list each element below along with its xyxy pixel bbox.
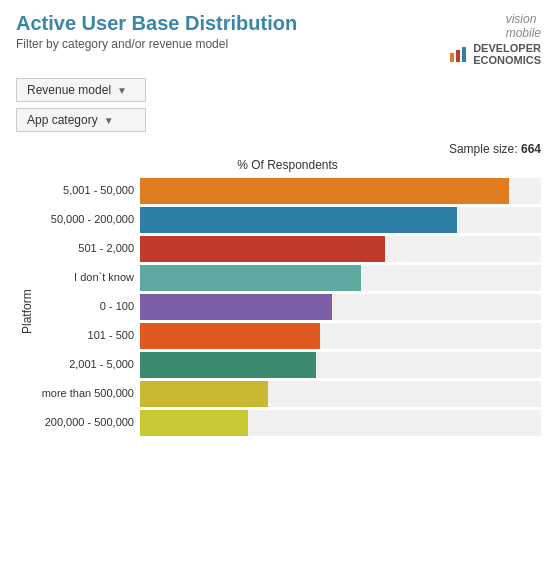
bar-label: 200,000 - 500,000	[34, 416, 134, 429]
revenue-model-label: Revenue model	[27, 83, 111, 97]
svg-rect-2	[462, 47, 466, 62]
chart-content: % Of Respondents 5,001 - 50,00050,000 - …	[34, 158, 541, 436]
bar-container	[140, 352, 541, 378]
bar-container	[140, 178, 541, 204]
sample-size: Sample size: 664	[16, 142, 541, 156]
bar-container	[140, 410, 541, 436]
bar-container	[140, 294, 541, 320]
bar-label: 101 - 500	[34, 329, 134, 342]
bar-label: 501 - 2,000	[34, 242, 134, 255]
bar-label: 50,000 - 200,000	[34, 213, 134, 226]
bar-fill	[140, 265, 361, 291]
bar-row: 501 - 2,000	[34, 236, 541, 262]
bar-container	[140, 323, 541, 349]
bar-label: 0 - 100	[34, 300, 134, 313]
bar-row: 200,000 - 500,000	[34, 410, 541, 436]
revenue-model-arrow: ▼	[117, 85, 127, 96]
bar-fill	[140, 352, 316, 378]
bar-row: 2,001 - 5,000	[34, 352, 541, 378]
page-title: Active User Base Distribution	[16, 12, 297, 35]
page-header: Active User Base Distribution Filter by …	[16, 12, 541, 66]
revenue-model-filter[interactable]: Revenue model ▼	[16, 78, 146, 102]
sample-size-label: Sample size:	[449, 142, 518, 156]
bar-fill	[140, 294, 332, 320]
bar-row: more than 500,000	[34, 381, 541, 407]
chart-inner: Platform % Of Respondents 5,001 - 50,000…	[16, 158, 541, 436]
title-block: Active User Base Distribution Filter by …	[16, 12, 297, 51]
bar-row: I don`t know	[34, 265, 541, 291]
app-category-arrow: ▼	[104, 115, 114, 126]
bar-container	[140, 265, 541, 291]
bar-fill	[140, 410, 248, 436]
app-category-label: App category	[27, 113, 98, 127]
bar-fill	[140, 178, 509, 204]
page-subtitle: Filter by category and/or revenue model	[16, 37, 297, 51]
logo-developer-economics: DEVELOPERECONOMICS	[449, 42, 541, 66]
logo-block: visionmobile DEVELOPERECONOMICS	[449, 12, 541, 66]
filters-section: Revenue model ▼ App category ▼	[16, 78, 541, 132]
bar-row: 50,000 - 200,000	[34, 207, 541, 233]
bar-fill	[140, 207, 457, 233]
bar-fill	[140, 381, 268, 407]
sample-size-value: 664	[521, 142, 541, 156]
app-category-filter[interactable]: App category ▼	[16, 108, 146, 132]
bar-row: 5,001 - 50,000	[34, 178, 541, 204]
bar-fill	[140, 323, 320, 349]
x-axis-label: % Of Respondents	[34, 158, 541, 172]
bar-label: 2,001 - 5,000	[34, 358, 134, 371]
bar-row: 0 - 100	[34, 294, 541, 320]
svg-rect-1	[456, 50, 460, 62]
bar-label: 5,001 - 50,000	[34, 184, 134, 197]
logo-text: DEVELOPERECONOMICS	[473, 42, 541, 66]
bar-label: I don`t know	[34, 271, 134, 284]
bar-container	[140, 381, 541, 407]
bar-rows: 5,001 - 50,00050,000 - 200,000501 - 2,00…	[34, 178, 541, 436]
bar-label: more than 500,000	[34, 387, 134, 400]
bar-container	[140, 236, 541, 262]
bar-row: 101 - 500	[34, 323, 541, 349]
bar-container	[140, 207, 541, 233]
chart-area: Sample size: 664 Platform % Of Responden…	[16, 142, 541, 436]
y-axis-label: Platform	[16, 188, 34, 436]
svg-rect-0	[450, 53, 454, 62]
logo-icon	[449, 45, 469, 63]
logo-vision: visionmobile	[506, 12, 541, 40]
bar-fill	[140, 236, 385, 262]
